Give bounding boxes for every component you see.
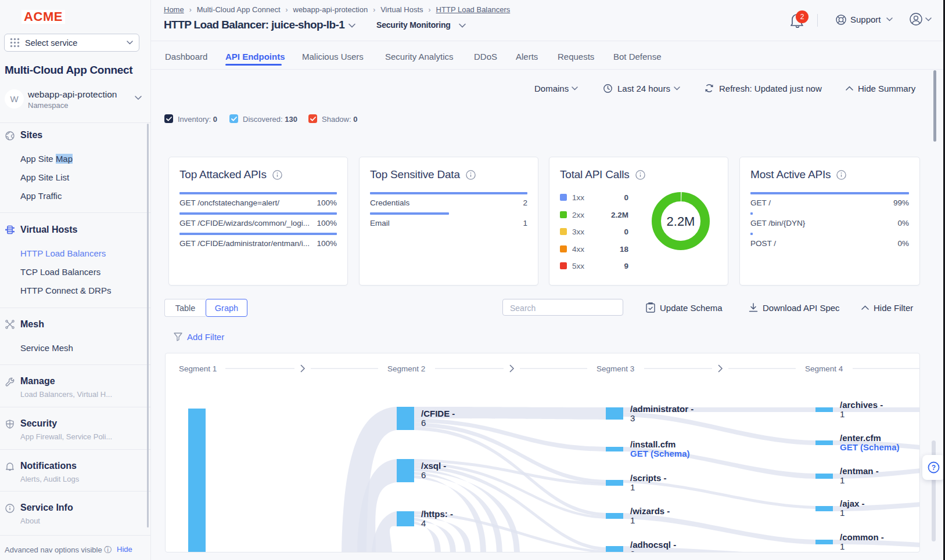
svg-text:2.2M: 2.2M	[667, 214, 695, 229]
svg-text:?: ?	[932, 464, 936, 472]
